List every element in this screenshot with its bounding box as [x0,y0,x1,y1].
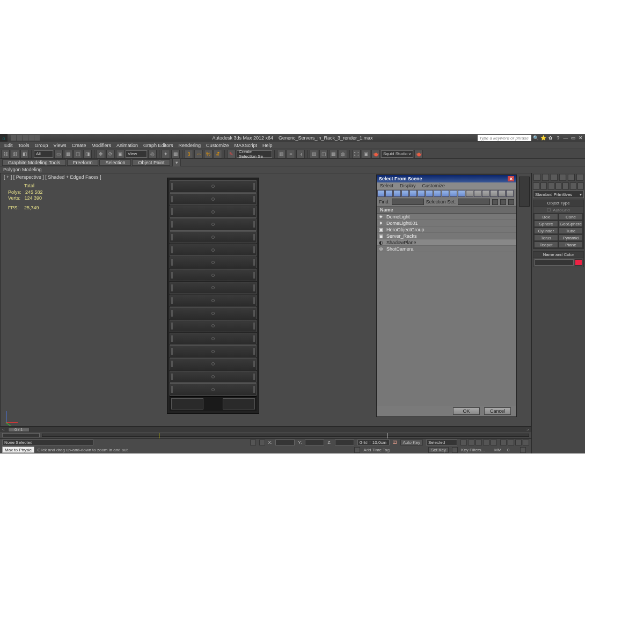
dialog-list[interactable]: ✷DomeLight ✷DomeLight001 ▣HeroObjectGrou… [377,214,516,406]
timeline-track[interactable] [0,432,531,438]
show-icon[interactable] [508,440,514,445]
prim-tube-button[interactable]: Tube [559,228,583,234]
viewport[interactable]: [ + ] [ Perspective ] [ Shaded + Edged F… [0,173,531,427]
mirror-icon[interactable]: ▥ [277,150,286,158]
frame-input[interactable]: 0 [507,448,517,452]
refcoord-dropdown[interactable]: View [126,150,147,158]
keyfilters-button[interactable]: Key Filters... [461,448,491,452]
spinner-snap-icon[interactable]: ⇵ [214,150,222,158]
move-icon[interactable]: ✥ [97,150,105,158]
manipulate-icon[interactable]: ✦ [162,150,170,158]
window-crossing-icon[interactable]: ◨ [83,150,92,158]
tag-icon[interactable] [354,447,360,453]
rollout-header[interactable]: Name and Color [533,252,583,258]
render-prod-icon[interactable]: 🫖 [414,150,423,158]
dialog-menu-display[interactable]: Display [400,183,416,188]
lock-icon[interactable] [250,440,256,445]
material-editor-icon[interactable]: ◍ [339,150,347,158]
list-item[interactable]: ♔ShotCamera [377,246,516,252]
max-to-physic-button[interactable]: Max to Physic [2,447,34,453]
list-item[interactable]: ◐ShadowPlane [377,239,516,246]
tab-graphite[interactable]: Graphite Modeling Tools [2,159,66,166]
autogrid-checkbox[interactable]: ☐AutoGrid [533,207,583,213]
iso-icon[interactable] [500,440,507,445]
quick-align-icon[interactable]: ⫞ [296,150,305,158]
cancel-button[interactable]: Cancel [484,407,511,415]
filter-container-icon[interactable] [450,190,457,197]
render-setup-icon[interactable]: ⛶ [352,150,361,158]
expand-all-icon[interactable] [466,190,473,197]
qat-undo-icon[interactable] [28,135,34,141]
filter-shapes-icon[interactable] [385,190,393,197]
qat-save-icon[interactable] [23,135,28,141]
ok-button[interactable]: OK [453,407,480,415]
abs-icon[interactable] [259,440,265,445]
list-item[interactable]: ✷DomeLight [377,214,516,220]
prim-sphere-button[interactable]: Sphere [534,221,558,227]
unlink-icon[interactable]: ⛓ [11,150,19,158]
rotate-icon[interactable]: ⟳ [106,150,115,158]
prim-geosphere-button[interactable]: GeoSphere [559,221,583,227]
select-icon[interactable]: ▭ [54,150,63,158]
transport-play-icon[interactable] [475,440,482,445]
bind-icon[interactable]: ◧ [20,150,29,158]
tab-freeform[interactable]: Freeform [67,159,99,166]
schematic-icon[interactable]: ▦ [329,150,338,158]
list-item[interactable]: ▣Server_Racks [377,233,516,239]
y-input[interactable] [305,440,324,445]
cat-systems-icon[interactable] [577,182,584,189]
menu-create[interactable]: Create [71,143,86,148]
key-icon[interactable]: ⚿ [393,440,397,445]
autokey-button[interactable]: Auto Key [400,440,423,445]
selection-filter-dropdown[interactable]: All [34,150,53,158]
transport-end-icon[interactable] [491,440,497,445]
prim-cone-button[interactable]: Cone [559,214,583,220]
qat-open-icon[interactable] [17,135,22,141]
prim-pyramid-button[interactable]: Pyramid [559,235,583,241]
time-slider[interactable]: < 0 / 1 > [0,427,531,432]
selset-load-icon[interactable] [500,199,506,205]
setkey-button[interactable]: Set Key [428,447,449,453]
tab-modify-icon[interactable] [542,174,549,181]
app-logo-icon[interactable]: ⌂ [0,134,8,142]
selset-dropdown[interactable] [458,199,490,205]
keyboard-icon[interactable]: ▦ [171,150,180,158]
favorite-icon[interactable]: ✿ [547,135,554,141]
menu-modifiers[interactable]: Modifiers [91,143,111,148]
z-input[interactable] [335,440,354,445]
filter-bones-icon[interactable] [442,190,449,197]
cat-shapes-icon[interactable] [540,182,547,189]
ribbon-panel-label[interactable]: Polygon Modeling [0,166,585,173]
menu-customize[interactable]: Customize [206,143,229,148]
menu-group[interactable]: Group [35,143,48,148]
search-icon[interactable]: 🔍 [532,135,539,141]
tab-objectpaint[interactable]: Object Paint [132,159,170,166]
qat-redo-icon[interactable] [34,135,40,141]
time-config-icon[interactable] [520,447,526,453]
curve-editor-icon[interactable]: ◫ [319,150,328,158]
named-selection-dropdown[interactable]: Create Selection Se [237,150,272,158]
subcategory-dropdown[interactable]: Standard Primitives▾ [533,191,584,198]
align-icon[interactable]: ≡ [287,150,295,158]
selset-save-icon[interactable] [492,199,498,205]
time-slider-handle[interactable]: 0 / 1 [8,428,30,432]
scale-icon[interactable]: ▣ [116,150,125,158]
info-icon[interactable]: ? [555,135,561,141]
find-input[interactable] [392,199,424,205]
key-mode-icon[interactable] [452,447,458,453]
snap-toggle-icon[interactable]: 3 [185,150,193,158]
prim-torus-button[interactable]: Torus [534,235,558,241]
filter-spacewarps-icon[interactable] [418,190,425,197]
help-search-input[interactable]: Type a keyword or phrase [478,135,531,141]
pivot-icon[interactable]: ◎ [148,150,157,158]
tab-display-icon[interactable] [568,174,575,181]
edit-selset-icon[interactable]: ✎ [227,150,236,158]
collapse-all-icon[interactable] [474,190,481,197]
menu-tools[interactable]: Tools [18,143,30,148]
prim-cylinder-button[interactable]: Cylinder [534,228,558,234]
x-input[interactable] [275,440,295,445]
menu-rendering[interactable]: Rendering [179,143,201,148]
object-color-swatch[interactable] [575,259,582,266]
menu-help[interactable]: Help [262,143,273,148]
add-time-tag[interactable]: Add Time Tag [363,448,390,452]
